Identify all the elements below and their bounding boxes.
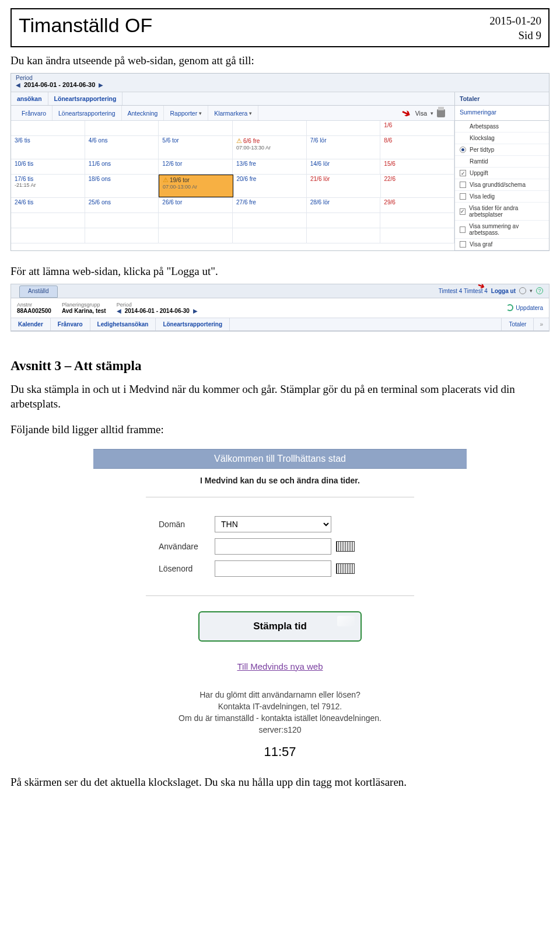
calendar-cell[interactable]: 20/6 fre [233, 175, 307, 197]
calendar-cell[interactable] [11, 213, 85, 228]
help-line-1: Har du glömt ditt användarnamn eller lös… [93, 689, 467, 701]
tab-kalender[interactable]: Kalender [11, 318, 51, 330]
calendar-cell[interactable] [233, 213, 307, 228]
calendar-cell[interactable]: 18/6 ons [85, 175, 159, 197]
calendar-cell[interactable]: 6/6 fre07:00-13:30 Ar [233, 136, 307, 159]
print-icon[interactable] [437, 109, 445, 117]
help-icon[interactable]: ? [536, 287, 543, 294]
calendar-cell[interactable]: 19/6 tor07:00-13:00 Ar [159, 175, 233, 197]
uppdatera-link[interactable]: Uppdatera [506, 304, 543, 311]
side-option[interactable]: ✓Uppgift [455, 168, 549, 179]
tab-ledighetsansokan[interactable]: Ledighetsansökan [90, 318, 156, 330]
side-option-label: Per tidtyp [470, 147, 494, 153]
domain-select[interactable]: THN [215, 516, 331, 532]
calendar-cell[interactable]: 24/6 tis [11, 198, 85, 213]
calendar-cell[interactable]: 17/6 tis-21:15 Ar [11, 175, 85, 197]
calendar-cell[interactable] [380, 228, 454, 243]
calendar-cell[interactable] [307, 121, 381, 135]
side-option[interactable]: Visa graf [455, 239, 549, 250]
tab-loneartsrapportering[interactable]: Löneartsrapportering [156, 318, 230, 330]
checkbox-icon [460, 227, 466, 233]
calendar-cell[interactable] [11, 228, 85, 243]
calendar-cell[interactable]: 5/6 tor [159, 136, 233, 159]
calendar-cell[interactable] [85, 228, 159, 243]
calendar-cell[interactable]: 14/6 lör [307, 159, 381, 174]
period-next-icon[interactable]: ▶ [193, 308, 198, 314]
user-input[interactable] [215, 538, 331, 555]
tab-ansokan[interactable]: ansökan [11, 92, 48, 105]
calendar-cell[interactable]: 12/6 tor [159, 159, 233, 174]
period-prev-icon[interactable]: ◀ [16, 82, 20, 88]
medvind-nya-web-link[interactable]: Till Medvinds nya web [93, 661, 467, 671]
period-prev-icon[interactable]: ◀ [117, 308, 121, 314]
tab-franvaro[interactable]: Frånvaro [51, 318, 90, 330]
side-option[interactable]: Per tidtyp [455, 144, 549, 156]
calendar-cell[interactable]: 26/6 tor [159, 198, 233, 213]
chevron-down-icon: ▾ [530, 288, 533, 294]
planeringsgrupp-block: Planeringsgrupp Avd Karina, test [62, 302, 106, 314]
chevron-down-icon: ▾ [249, 110, 252, 116]
side-option[interactable]: ✓Visa tider för andra arbetsplatser [455, 203, 549, 221]
screenshot-header: Anställd ➔ Timtest 4 Timtest 4 Logga ut … [10, 284, 550, 332]
calendar-cell[interactable]: 21/6 lör [307, 175, 381, 197]
toolbar-klarmarkera[interactable]: Klarmarkera▾ [208, 106, 258, 120]
calendar-cell[interactable] [380, 213, 454, 228]
logout-link[interactable]: Logga ut [491, 288, 516, 294]
toolbar-loneartsrapportering[interactable]: Löneartsrapportering [52, 106, 121, 120]
keyboard-icon[interactable] [336, 563, 355, 574]
side-option[interactable]: Arbetspass [455, 121, 549, 133]
intro-1: Du kan ändra utseende på web-sidan, geno… [10, 53, 550, 68]
calendar-cell[interactable]: 13/6 fre [233, 159, 307, 174]
calendar-cell[interactable]: 1/6 [380, 121, 454, 135]
calendar-cell[interactable] [85, 213, 159, 228]
calendar-cell[interactable] [85, 121, 159, 135]
side-option[interactable]: Visa grundtid/schema [455, 179, 549, 191]
side-option[interactable]: Ramtid [455, 156, 549, 168]
calendar-cell[interactable]: 25/6 ons [85, 198, 159, 213]
calendar-cell[interactable]: 4/6 ons [85, 136, 159, 159]
period-next-icon[interactable]: ▶ [99, 82, 103, 88]
side-option[interactable]: Visa summering av arbetspass. [455, 221, 549, 239]
side-option-label: Ramtid [470, 158, 488, 165]
side-option[interactable]: Klockslag [455, 133, 549, 144]
calendar-cell[interactable]: 3/6 tis [11, 136, 85, 159]
keyboard-icon[interactable] [336, 541, 355, 552]
calendar-cell[interactable]: 29/6 [380, 198, 454, 213]
tab-totaler[interactable]: Totaler [501, 318, 533, 330]
calendar-cell[interactable]: 15/6 [380, 159, 454, 174]
calendar-cell[interactable]: 8/6 [380, 136, 454, 159]
calendar-cell[interactable] [307, 228, 381, 243]
calendar-cell[interactable] [159, 213, 233, 228]
period-label: Period [117, 302, 198, 308]
calendar-cell[interactable]: 27/6 fre [233, 198, 307, 213]
side-option[interactable]: Visa ledig [455, 191, 549, 203]
visa-dropdown[interactable]: Visa ▾ [411, 109, 450, 117]
toolbar-franvaro[interactable]: Frånvaro [16, 106, 52, 120]
side-option-label: Arbetspass [470, 123, 499, 130]
password-input[interactable] [215, 560, 331, 577]
toolbar-anteckning[interactable]: Anteckning [122, 106, 164, 120]
side-option-label: Visa tider för andra arbetsplatser [469, 205, 544, 218]
side-head-totaler[interactable]: Totaler [454, 92, 549, 106]
calendar-cell[interactable] [233, 121, 307, 135]
calendar-cell[interactable] [11, 121, 85, 135]
calendar-cell[interactable]: 22/6 [381, 175, 455, 197]
calendar-cell[interactable]: 7/6 lör [307, 136, 381, 159]
calendar-row: 10/6 tis11/6 ons12/6 tor13/6 fre14/6 lör… [11, 159, 454, 175]
tab-anstalld[interactable]: Anställd [19, 285, 58, 298]
gear-icon[interactable] [519, 287, 526, 294]
calendar-cell[interactable]: 11/6 ons [85, 159, 159, 174]
calendar-cell[interactable] [233, 228, 307, 243]
calendar-cell[interactable] [159, 121, 233, 135]
calendar-cell[interactable] [307, 213, 381, 228]
chevron-right-icon[interactable]: » [533, 318, 549, 330]
calendar-cell[interactable] [159, 228, 233, 243]
stampla-tid-button[interactable]: Stämpla tid [198, 611, 362, 642]
calendar-cell[interactable]: 10/6 tis [11, 159, 85, 174]
checkbox-icon: ✓ [460, 208, 466, 215]
toolbar-rapporter[interactable]: Rapporter▾ [164, 106, 208, 120]
calendar-cell[interactable]: 28/6 lör [307, 198, 381, 213]
chevron-down-icon: ▾ [430, 110, 433, 116]
side-sub-summeringar[interactable]: Summeringar [454, 106, 549, 121]
tab-loneartsrapportering[interactable]: Löneartsrapportering [48, 92, 123, 105]
